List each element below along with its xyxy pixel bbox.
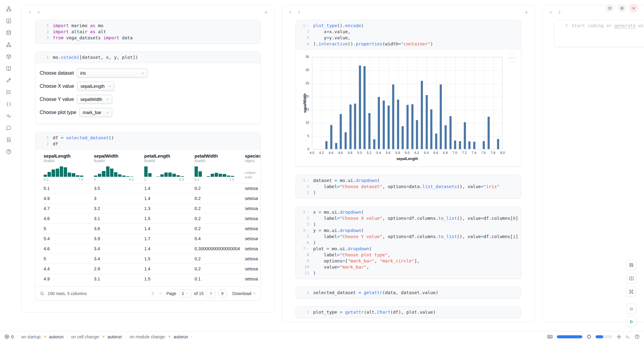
code-editor[interactable]: 1dataset = mo.ui.dropdown(2 label="Choos…	[296, 175, 521, 198]
column-histogram[interactable]	[195, 166, 234, 177]
column-histogram[interactable]	[94, 166, 134, 177]
keyboard-shortcuts-button[interactable]	[626, 287, 636, 297]
code-line[interactable]: 1selected_dataset = getattr(data, datase…	[296, 290, 521, 296]
first-page-button[interactable]	[150, 291, 155, 296]
runtime-on-module-change[interactable]: on module change: autorun	[130, 334, 193, 339]
code-editor[interactable]: 1mo.vstack([dataset, x, y, plot])	[35, 52, 260, 63]
code-text[interactable]: df = selected_dataset()	[50, 135, 114, 141]
column-header[interactable]: sepalWidthfloat6424.4	[94, 153, 144, 181]
code-line[interactable]: 5 label="Choose Y value", options=df.col…	[296, 233, 521, 240]
code-editor[interactable]: 1x = mo.ui.dropdown(2 label="Choose X va…	[296, 207, 521, 279]
code-text[interactable]: label="Choose Y value", options=df.colum…	[310, 233, 518, 240]
file-explorer-icon[interactable]	[5, 5, 13, 13]
code-text[interactable]: y = mo.ui.dropdown(	[310, 227, 364, 233]
settings-button[interactable]	[618, 4, 626, 12]
variables-icon[interactable]	[5, 41, 13, 49]
runtime-on-cell-change[interactable]: on cell change: autorun	[71, 334, 122, 339]
code-line[interactable]: 8 label="Choose plot type",	[296, 252, 521, 258]
code-text[interactable]: x = mo.ui.dropdown(	[310, 209, 364, 215]
table-row[interactable]: 5.13.51.40.2setosa	[44, 183, 261, 193]
ai-chat-icon[interactable]	[5, 124, 13, 132]
code-line[interactable]: 2 label="Choose dataset", options=data.l…	[296, 183, 521, 190]
generate-link[interactable]: generate	[614, 23, 636, 28]
column-header[interactable]: speciesobjectunique:nulls:	[245, 153, 261, 181]
code-text[interactable]: options=["mark_bar", "mark_circle"],	[310, 258, 420, 264]
scratchpad-icon[interactable]	[5, 76, 13, 84]
code-line[interactable]: 2import altair as alt	[35, 29, 260, 35]
code-text[interactable]: selected_dataset = getattr(data, dataset…	[310, 290, 438, 296]
terminal-icon[interactable]	[625, 334, 631, 339]
dropdown-select[interactable]: iris	[77, 69, 148, 78]
code-text[interactable]: dataset = mo.ui.dropdown(	[310, 177, 380, 183]
runtime-on-startup[interactable]: on startup: autorun	[21, 334, 64, 339]
column-histogram[interactable]	[44, 166, 83, 177]
code-text[interactable]: ).interactive().properties(width="contai…	[310, 41, 433, 47]
page-select[interactable]: 1	[179, 290, 191, 297]
code-line[interactable]: 4y = mo.ui.dropdown(	[296, 227, 521, 233]
code-editor[interactable]: 1import marimo as mo2import altair as al…	[35, 20, 260, 43]
column-collapse-right-button[interactable]	[555, 8, 563, 16]
code-text[interactable]: label="Choose dataset", options=data.lis…	[310, 183, 499, 190]
dropdown-select[interactable]: mark_bar	[79, 108, 112, 117]
code-line[interactable]: 1dataset = mo.ui.dropdown(	[296, 177, 521, 183]
outline-icon[interactable]	[5, 88, 13, 96]
code-line[interactable]: 1x = mo.ui.dropdown(	[296, 209, 521, 215]
code-text[interactable]: label="Choose plot type",	[310, 252, 390, 258]
dropdown-select[interactable]: sepalWidth	[77, 95, 112, 104]
add-column-button[interactable]	[522, 8, 530, 16]
help-icon[interactable]	[5, 148, 13, 156]
code-text[interactable]: x=x.value,	[310, 29, 350, 35]
code-line[interactable]: 4).interactive().properties(width="conta…	[296, 41, 521, 47]
snippets-icon[interactable]	[5, 100, 13, 108]
table-row[interactable]: 4.73.21.30.2setosa	[44, 203, 261, 213]
notebook-menu-button[interactable]	[606, 4, 614, 12]
code-editor[interactable]: 1plot_type().encode(2 x=x.value,3 y=y.va…	[296, 20, 521, 49]
code-text[interactable]: from vega_datasets import data	[50, 35, 133, 41]
code-text[interactable]: )	[310, 190, 316, 196]
code-text[interactable]: plot = mo.ui.dropdown(	[310, 246, 372, 252]
code-editor[interactable]: 1 Start coding or generate with AI.	[554, 20, 644, 47]
datasources-icon[interactable]	[5, 29, 13, 37]
code-text[interactable]: )	[310, 270, 316, 276]
code-line[interactable]: 6)	[296, 240, 521, 246]
fold-toggle-icon[interactable]	[306, 179, 309, 182]
code-line[interactable]: 3)	[296, 190, 521, 196]
code-line[interactable]: 3)	[296, 221, 521, 227]
column-collapse-left-button[interactable]	[286, 8, 294, 16]
column-header[interactable]: petalWidthfloat640.12.5	[195, 153, 245, 181]
code-text[interactable]: )	[310, 240, 316, 246]
column-collapse-left-button[interactable]	[26, 8, 34, 16]
save-button[interactable]	[626, 260, 636, 270]
chart-plot-area[interactable]	[312, 57, 503, 149]
table-row[interactable]: 5.43.91.70.4setosa	[44, 233, 261, 244]
chart-output[interactable]: 4.04.24.44.64.85.05.25.45.65.86.06.26.46…	[296, 49, 521, 166]
tracebacks-icon[interactable]	[5, 136, 13, 144]
code-text[interactable]: import altair as alt	[50, 29, 106, 35]
fold-toggle-icon[interactable]	[306, 229, 309, 232]
fold-toggle-icon[interactable]	[306, 211, 309, 214]
code-line[interactable]: 9 options=["mark_bar", "mark_circle"],	[296, 258, 521, 264]
ai-assistant-icon[interactable]	[617, 334, 621, 339]
code-text[interactable]: df	[50, 141, 58, 147]
interrupt-button[interactable]	[626, 304, 636, 314]
help-icon[interactable]	[635, 334, 640, 339]
run-all-button[interactable]	[626, 316, 636, 327]
code-text[interactable]: plot_type = getattr(alt.Chart(df), plot.…	[310, 309, 436, 315]
code-line[interactable]: 1import marimo as mo	[35, 23, 260, 29]
column-histogram[interactable]	[144, 166, 184, 177]
prev-page-button[interactable]	[158, 291, 163, 296]
last-page-button[interactable]	[218, 289, 227, 298]
code-line[interactable]: 1plot_type = getattr(alt.Chart(df), plot…	[296, 309, 521, 315]
search-icon[interactable]	[40, 291, 45, 296]
code-line[interactable]: 2df	[35, 141, 260, 147]
code-line[interactable]: 7plot = mo.ui.dropdown(	[296, 246, 521, 252]
table-row[interactable]: 53.41.50.2setosa	[44, 254, 261, 264]
next-page-button[interactable]	[207, 289, 215, 298]
shutdown-button[interactable]	[629, 4, 638, 12]
code-text[interactable]: )	[310, 221, 316, 227]
code-line[interactable]: 1plot_type().encode(	[296, 23, 521, 29]
column-collapse-right-button[interactable]	[295, 8, 303, 16]
code-text[interactable]: value="mark_bar",	[310, 264, 369, 270]
dropdown-select[interactable]: sepalLength	[77, 82, 114, 91]
code-line[interactable]: 3from vega_datasets import data	[35, 35, 260, 41]
